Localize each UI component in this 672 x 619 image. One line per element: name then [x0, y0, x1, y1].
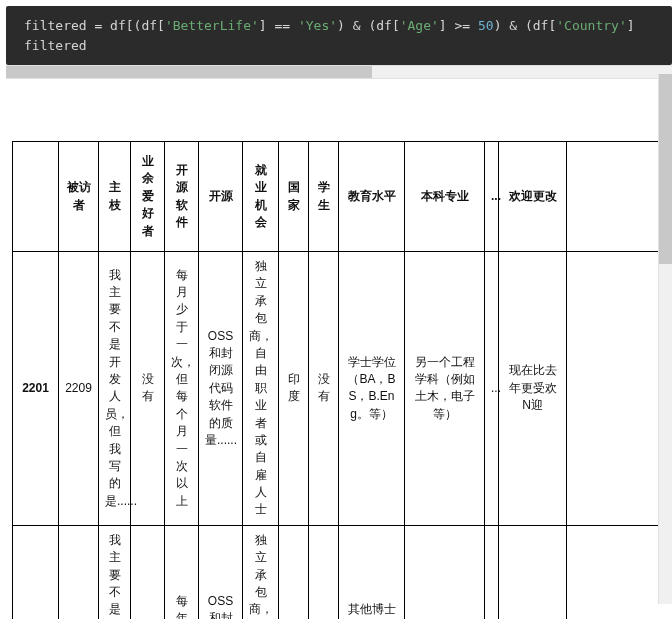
column-header: 开源 — [199, 142, 243, 252]
table-cell: 我主要不是开发人员，但我写的是...... — [99, 252, 131, 526]
table-cell: OSS 和封闭源代码软件的质量...... — [199, 252, 243, 526]
index-header — [13, 142, 59, 252]
table-cell: 学士学位（BA，BS，B.Eng。等） — [339, 252, 405, 526]
table-cell: ... — [485, 252, 499, 526]
table-cell: 我主要不是开发人员，但我写的 — [99, 525, 131, 619]
table-cell: 其他博士学位（博士学位，教育学等） — [339, 525, 405, 619]
table-cell: 独立承包商，自由职业者或自雇 — [243, 525, 279, 619]
output-area[interactable]: 被访者主枝业余爱好者开源软件开源就业机会国家学生教育水平本科专业...欢迎更改新… — [12, 141, 672, 619]
table-cell: 没有 — [131, 525, 165, 619]
column-header: 教育水平 — [339, 142, 405, 252]
table-row: 1840118504我主要不是开发人员，但我写的没有每年少于一次OSS 和封闭源… — [13, 525, 673, 619]
table-cell: 每年少于一次 — [165, 525, 199, 619]
column-header: 开源软件 — [165, 142, 199, 252]
column-header — [567, 142, 673, 252]
table-cell: 印度 — [279, 252, 309, 526]
table-cell: OSS 和封闭源代码软件的质 — [199, 525, 243, 619]
code-line-1: filtered = df[(df['BetterLife'] == 'Yes'… — [24, 16, 660, 36]
column-header: 就业机会 — [243, 142, 279, 252]
code-line-2: filtered — [24, 36, 660, 56]
table-row: 22012209我主要不是开发人员，但我写的是......没有每月少于一次，但每… — [13, 252, 673, 526]
column-header: 欢迎更改 — [499, 142, 567, 252]
table-cell: 现在比去年更受欢N迎 — [499, 252, 567, 526]
table-cell: 没有 — [131, 252, 165, 526]
table-cell: 每月少于一次，但每个月一次以上 — [165, 252, 199, 526]
column-header: 业余爱好者 — [131, 142, 165, 252]
table-cell: 18504 — [59, 525, 99, 619]
column-header: 主枝 — [99, 142, 131, 252]
column-header: 学生 — [309, 142, 339, 252]
table-cell: 商业学科（例如会计，财务... — [405, 525, 485, 619]
table-cell: 就像我去年一样受到欢迎 — [499, 525, 567, 619]
scrollbar-thumb[interactable] — [659, 74, 672, 264]
table-cell: 没有 — [309, 525, 339, 619]
table-cell: 没有 — [309, 252, 339, 526]
column-header: ... — [485, 142, 499, 252]
code-text: filtered = df[(df['BetterLife'] == 'Yes'… — [24, 18, 635, 33]
scrollbar-thumb[interactable] — [6, 66, 372, 78]
code-horizontal-scrollbar[interactable] — [6, 65, 672, 79]
table-header-row: 被访者主枝业余爱好者开源软件开源就业机会国家学生教育水平本科专业...欢迎更改新… — [13, 142, 673, 252]
row-index: 18401 — [13, 525, 59, 619]
table-cell: 其他开发人员撰写的技术文章；Indu... — [567, 525, 673, 619]
dataframe-table: 被访者主枝业余爱好者开源软件开源就业机会国家学生教育水平本科专业...欢迎更改新… — [12, 141, 672, 619]
row-index: 2201 — [13, 252, 59, 526]
column-header: 国家 — [279, 142, 309, 252]
table-cell — [567, 252, 673, 526]
table-cell: ... — [485, 525, 499, 619]
output-vertical-scrollbar[interactable] — [658, 74, 672, 604]
table-cell: 印度 — [279, 525, 309, 619]
code-text: filtered — [24, 38, 87, 53]
table-cell: 另一个工程学科（例如土木，电子等） — [405, 252, 485, 526]
code-cell[interactable]: filtered = df[(df['BetterLife'] == 'Yes'… — [6, 6, 672, 65]
column-header: 被访者 — [59, 142, 99, 252]
column-header: 本科专业 — [405, 142, 485, 252]
table-cell: 独立承包商，自由职业者或自雇人士 — [243, 252, 279, 526]
table-cell: 2209 — [59, 252, 99, 526]
